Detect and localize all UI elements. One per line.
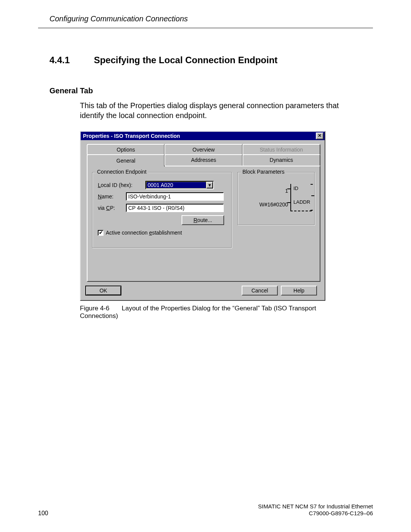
page: Configuring Communication Connections 4.…: [0, 0, 411, 532]
close-icon[interactable]: ✕: [316, 133, 323, 139]
row-via-cp: via CP:: [98, 204, 224, 212]
section-title: Specifying the Local Connection Endpoint: [94, 55, 278, 65]
block-parameters-diagram: 1 W#16#0200 ID LADDR: [259, 184, 312, 211]
route-button[interactable]: Route...: [182, 215, 224, 225]
figure-caption: Figure 4-6 Layout of the Properties Dial…: [80, 305, 325, 320]
footer-right: SIMATIC NET NCM S7 for Industrial Ethern…: [80, 503, 373, 517]
properties-dialog: Properties - ISO Transport Connection ✕ …: [80, 131, 325, 301]
via-cp-input[interactable]: [126, 204, 224, 212]
page-footer: 100 SIMATIC NET NCM S7 for Industrial Et…: [38, 503, 373, 517]
row-route: Route...: [182, 215, 224, 225]
row-active-connection: ✔ Active connection establishment: [98, 230, 182, 236]
tab-overview[interactable]: Overview: [164, 144, 242, 155]
intro-paragraph: This tab of the Properties dialog displa…: [80, 101, 342, 120]
label-via-cp: via CP:: [98, 205, 126, 211]
block-bracket-icon: ID LADDR: [290, 184, 312, 211]
local-id-combobox[interactable]: 0001 A020 ▼: [145, 181, 214, 189]
tab-options[interactable]: Options: [87, 144, 165, 155]
tab-addresses[interactable]: Addresses: [164, 154, 242, 166]
group-connection-endpoint: Connection Endpoint Local ID (hex): 0001…: [92, 172, 232, 248]
dialog-button-row: OK Cancel Help: [85, 286, 320, 296]
subheading-general-tab: General Tab: [49, 86, 373, 95]
tab-dynamics[interactable]: Dynamics: [242, 154, 320, 166]
label-name: Name:: [98, 193, 126, 200]
block-id-value: 1: [259, 184, 288, 198]
active-connection-checkbox[interactable]: ✔: [98, 230, 104, 236]
tab-panel-general: Connection Endpoint Local ID (hex): 0001…: [87, 166, 320, 282]
name-input[interactable]: [126, 192, 224, 201]
page-number: 100: [38, 510, 80, 517]
footer-doc-id: C79000-G8976-C129–06: [309, 510, 373, 516]
block-id-label: ID: [293, 185, 298, 191]
chevron-down-icon[interactable]: ▼: [206, 182, 213, 189]
tab-general[interactable]: General: [87, 154, 165, 166]
running-head: Configuring Communication Connections: [38, 14, 373, 28]
section-number: 4.4.1: [49, 55, 91, 66]
row-local-id: Local ID (hex): 0001 A020 ▼: [98, 181, 214, 189]
block-laddr-value: W#16#0200: [259, 198, 288, 211]
section-heading: 4.4.1 Specifying the Local Connection En…: [49, 55, 373, 66]
tab-status-information: Status Information: [242, 144, 320, 155]
group-block-parameters-legend: Block Parameters: [241, 169, 286, 175]
dialog-client-area: Options Overview Status Information Gene…: [81, 140, 325, 300]
block-laddr-label: LADDR: [293, 199, 310, 205]
dialog-title: Properties - ISO Transport Connection: [83, 133, 316, 139]
tab-row-front: General Addresses Dynamics: [87, 154, 320, 166]
label-active-connection: Active connection establishment: [106, 230, 182, 236]
row-name: Name:: [98, 192, 224, 201]
label-local-id: Local ID (hex):: [98, 182, 145, 188]
tab-row-back: Options Overview Status Information: [87, 144, 320, 155]
group-connection-endpoint-legend: Connection Endpoint: [96, 169, 148, 175]
local-id-value: 0001 A020: [146, 182, 206, 189]
button-row-spacer: [124, 286, 242, 296]
footer-product-line: SIMATIC NET NCM S7 for Industrial Ethern…: [258, 503, 373, 510]
figure-number: Figure 4-6: [80, 305, 120, 312]
group-block-parameters: Block Parameters 1 W#16#0200 ID: [237, 172, 315, 225]
cancel-button[interactable]: Cancel: [242, 286, 278, 296]
figure-dialog: Properties - ISO Transport Connection ✕ …: [80, 131, 325, 320]
block-values-column: 1 W#16#0200: [259, 184, 288, 211]
dialog-titlebar[interactable]: Properties - ISO Transport Connection ✕: [81, 132, 325, 140]
ok-button[interactable]: OK: [85, 286, 121, 296]
help-button[interactable]: Help: [281, 286, 317, 296]
